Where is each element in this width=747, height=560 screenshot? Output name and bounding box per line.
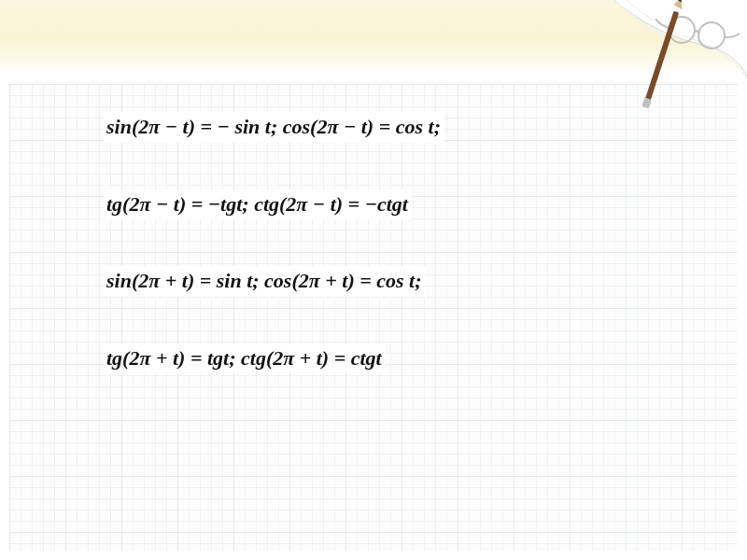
formula-line-3: sin(2π + t) = sin t; cos(2π + t) = cos t… bbox=[103, 266, 426, 297]
top-cream-band bbox=[0, 0, 747, 75]
formula-line-2: tg(2π − t) = −tgt; ctg(2π − t) = −ctgt bbox=[103, 189, 412, 220]
graph-paper-background: sin(2π − t) = − sin t; cos(2π − t) = cos… bbox=[9, 84, 738, 551]
formula-line-1: sin(2π − t) = − sin t; cos(2π − t) = cos… bbox=[103, 112, 444, 143]
formula-line-4: tg(2π + t) = tgt; ctg(2π + t) = ctgt bbox=[103, 343, 386, 374]
formula-block: sin(2π − t) = − sin t; cos(2π − t) = cos… bbox=[103, 112, 626, 420]
